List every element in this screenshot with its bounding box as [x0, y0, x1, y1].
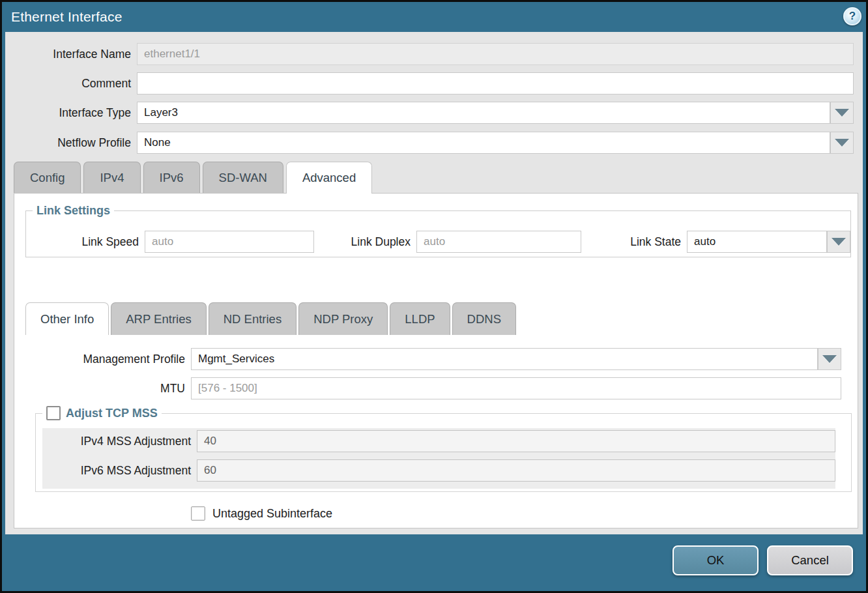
link-state-dropdown-button[interactable]: [827, 231, 850, 253]
link-state-field[interactable]: [687, 231, 827, 253]
link-duplex-field[interactable]: [416, 231, 581, 253]
chevron-down-icon: [822, 355, 837, 363]
management-profile-dropdown-button[interactable]: [818, 348, 841, 370]
interface-type-row: Interface Type: [137, 102, 830, 124]
tab-advanced[interactable]: Advanced: [286, 162, 372, 194]
adjust-tcp-mss-checkbox[interactable]: [46, 406, 61, 420]
link-settings-legend: Link Settings: [33, 204, 114, 218]
chevron-down-icon: [832, 238, 846, 246]
interface-name-label: Interface Name: [53, 48, 131, 61]
subtab-lldp[interactable]: LLDP: [390, 302, 450, 335]
untagged-subinterface-row: Untagged Subinterface: [191, 506, 332, 521]
management-profile-field[interactable]: [191, 348, 818, 370]
subtab-ddns[interactable]: DDNS: [452, 302, 516, 335]
ipv4-mss-field: [197, 430, 835, 452]
comment-field[interactable]: [137, 72, 854, 94]
dialog-title: Ethernet Interface: [11, 9, 123, 25]
advanced-tab-panel: Link Settings Link Speed Link Duplex Lin…: [14, 193, 858, 528]
subtab-nd-entries[interactable]: ND Entries: [209, 302, 297, 335]
untagged-subinterface-label: Untagged Subinterface: [212, 507, 332, 521]
ipv6-mss-label: IPv6 MSS Adjustment: [81, 464, 191, 478]
subtab-other-info[interactable]: Other Info: [25, 302, 109, 335]
link-settings-fieldset: Link Settings Link Speed Link Duplex Lin…: [25, 204, 851, 257]
link-speed-field[interactable]: [145, 231, 314, 253]
link-speed-label: Link Speed: [81, 235, 139, 249]
interface-name-row: Interface Name: [137, 43, 854, 65]
dialog-body: Interface Name Comment Interface Type Ne…: [5, 32, 863, 536]
dialog-titlebar: Ethernet Interface ?: [2, 2, 866, 32]
mss-disabled-panel: IPv4 MSS Adjustment IPv6 MSS Adjustment: [42, 428, 835, 489]
comment-row: Comment: [137, 72, 854, 94]
ipv4-mss-row: IPv4 MSS Adjustment: [197, 430, 835, 452]
subtab-ndp-proxy[interactable]: NDP Proxy: [298, 302, 388, 335]
management-profile-label: Management Profile: [83, 353, 185, 366]
adjust-tcp-mss-legend: Adjust TCP MSS: [42, 406, 162, 420]
link-duplex-label: Link Duplex: [351, 235, 411, 249]
tab-ipv6[interactable]: IPv6: [143, 162, 200, 193]
netflow-profile-label: Netflow Profile: [57, 136, 131, 150]
interface-name-field: [137, 43, 854, 65]
mtu-row: MTU: [191, 377, 841, 399]
netflow-profile-row: Netflow Profile: [137, 132, 830, 154]
tab-sdwan[interactable]: SD-WAN: [203, 162, 283, 193]
interface-type-dropdown-button[interactable]: [830, 102, 854, 124]
link-speed-row: Link Speed: [145, 231, 314, 253]
help-icon[interactable]: ?: [843, 7, 861, 25]
cancel-button[interactable]: Cancel: [767, 545, 853, 575]
subtab-arp-entries[interactable]: ARP Entries: [111, 302, 206, 335]
tab-config[interactable]: Config: [14, 162, 81, 193]
untagged-subinterface-checkbox[interactable]: [191, 506, 205, 521]
link-state-row: Link State: [687, 231, 827, 253]
chevron-down-icon: [835, 139, 849, 147]
ok-button[interactable]: OK: [673, 545, 759, 575]
comment-label: Comment: [81, 77, 131, 91]
dialog-footer: OK Cancel: [2, 534, 866, 591]
ipv6-mss-row: IPv6 MSS Adjustment: [197, 459, 835, 482]
ethernet-interface-dialog: Ethernet Interface ? Interface Name Comm…: [0, 0, 868, 593]
link-duplex-row: Link Duplex: [416, 231, 581, 253]
chevron-down-icon: [835, 109, 849, 117]
netflow-profile-field[interactable]: [137, 132, 830, 154]
adjust-tcp-mss-fieldset: Adjust TCP MSS IPv4 MSS Adjustment IPv6 …: [35, 406, 852, 492]
netflow-profile-dropdown-button[interactable]: [830, 132, 854, 154]
tab-ipv4[interactable]: IPv4: [83, 162, 140, 193]
main-tab-bar: Config IPv4 IPv6 SD-WAN Advanced: [14, 162, 372, 193]
interface-type-label: Interface Type: [59, 106, 131, 120]
mtu-label: MTU: [160, 382, 185, 396]
link-state-label: Link State: [630, 235, 681, 249]
ipv6-mss-field: [197, 459, 835, 482]
interface-type-field[interactable]: [137, 102, 830, 124]
sub-tab-bar: Other Info ARP Entries ND Entries NDP Pr…: [25, 302, 516, 335]
mtu-field[interactable]: [191, 377, 841, 399]
ipv4-mss-label: IPv4 MSS Adjustment: [81, 435, 191, 448]
management-profile-row: Management Profile: [191, 348, 818, 370]
